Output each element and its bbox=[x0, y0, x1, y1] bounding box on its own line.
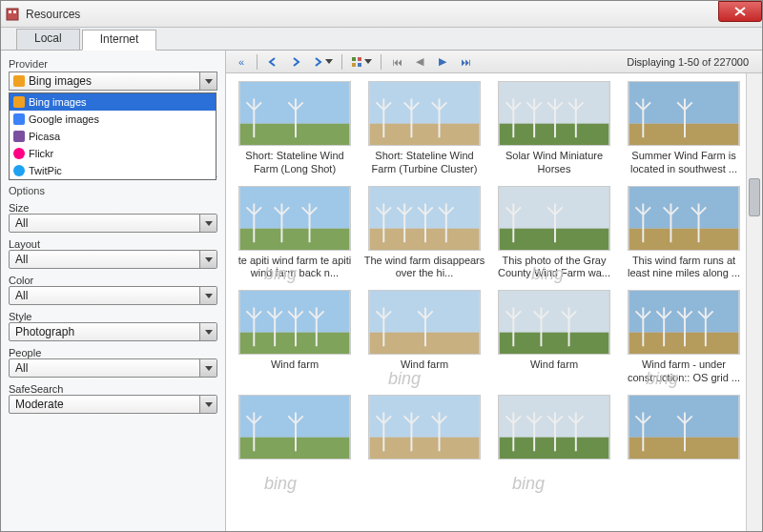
svg-rect-0 bbox=[7, 9, 18, 20]
vertical-scrollbar[interactable] bbox=[746, 73, 762, 531]
provider-option-picasa[interactable]: Picasa bbox=[10, 128, 216, 145]
result-item[interactable]: Summer Wind Farm is located in southwest… bbox=[622, 81, 746, 176]
option-combo-layout[interactable]: All bbox=[9, 250, 217, 269]
provider-combo[interactable]: Bing images bbox=[9, 72, 217, 91]
result-item[interactable]: The wind farm disappears over the hi... bbox=[362, 186, 486, 281]
toolbar: « ⏮ ◀ ▶ ⏭ Displaying 1-50 of 227000 bbox=[226, 51, 762, 73]
result-thumbnail[interactable] bbox=[238, 81, 351, 146]
result-item[interactable] bbox=[492, 395, 616, 463]
svg-rect-143 bbox=[500, 291, 609, 333]
results-grid[interactable]: Short: Stateline Wind Farm (Long Shot)Sh… bbox=[226, 73, 762, 531]
result-caption: Summer Wind Farm is located in southwest… bbox=[622, 150, 746, 176]
result-item[interactable]: Short: Stateline Wind Farm (Long Shot) bbox=[233, 81, 357, 176]
option-value: All bbox=[15, 289, 28, 302]
chevron-down-icon[interactable] bbox=[199, 287, 217, 304]
svg-rect-102 bbox=[629, 228, 739, 249]
option-value: All bbox=[15, 216, 28, 230]
result-item[interactable]: Short: Stateline Wind Farm (Turbine Clus… bbox=[362, 81, 486, 176]
chevron-down-icon[interactable] bbox=[199, 72, 217, 90]
option-label-safesearch: SafeSearch bbox=[9, 383, 217, 395]
provider-label: Provider bbox=[9, 58, 217, 70]
provider-option-flickr[interactable]: Flickr bbox=[10, 145, 216, 162]
option-combo-size[interactable]: All bbox=[9, 214, 217, 233]
chevron-down-icon[interactable] bbox=[199, 251, 217, 268]
rewind-button[interactable]: « bbox=[232, 53, 251, 71]
last-page-button[interactable]: ⏭ bbox=[456, 53, 475, 71]
bing-icon bbox=[13, 75, 25, 87]
option-combo-style[interactable]: Photograph bbox=[9, 322, 217, 341]
chevron-down-icon[interactable] bbox=[199, 323, 217, 340]
result-item[interactable] bbox=[233, 395, 357, 463]
result-thumbnail[interactable] bbox=[238, 395, 351, 460]
option-combo-safesearch[interactable]: Moderate bbox=[9, 395, 217, 414]
result-item[interactable]: Wind farm bbox=[362, 290, 486, 385]
option-label-people: People bbox=[9, 347, 217, 358]
main-panel: « ⏮ ◀ ▶ ⏭ Displaying 1-50 of 227000 Shor… bbox=[226, 51, 762, 531]
view-mode-button[interactable] bbox=[348, 53, 375, 71]
result-thumbnail[interactable] bbox=[498, 290, 610, 355]
result-item[interactable]: Wind farm - under construction:: OS grid… bbox=[622, 290, 746, 385]
chevron-down-icon[interactable] bbox=[199, 359, 217, 377]
result-thumbnail[interactable] bbox=[368, 395, 481, 460]
result-thumbnail[interactable] bbox=[238, 186, 351, 251]
scrollbar-thumb[interactable] bbox=[749, 178, 760, 216]
back-button[interactable] bbox=[263, 53, 282, 71]
result-caption: The wind farm disappears over the hi... bbox=[362, 255, 486, 281]
svg-rect-1 bbox=[9, 10, 11, 13]
google-icon bbox=[13, 113, 25, 125]
option-combo-color[interactable]: All bbox=[9, 286, 217, 305]
result-thumbnail[interactable] bbox=[628, 395, 740, 460]
next-page-button[interactable]: ▶ bbox=[433, 53, 452, 71]
result-thumbnail[interactable] bbox=[628, 186, 740, 251]
options-group: Options SizeAllLayoutAllColorAllStylePho… bbox=[9, 176, 217, 414]
provider-option-google[interactable]: Google images bbox=[10, 111, 216, 128]
provider-value: Bing images bbox=[29, 74, 92, 88]
option-label-layout: Layout bbox=[9, 238, 217, 250]
twitpic-icon bbox=[13, 165, 25, 176]
result-thumbnail[interactable] bbox=[368, 186, 481, 251]
provider-option-bing[interactable]: Bing images bbox=[10, 93, 216, 111]
option-value: All bbox=[15, 253, 28, 266]
result-thumbnail[interactable] bbox=[498, 395, 610, 460]
bing-icon bbox=[13, 96, 25, 108]
result-thumbnail[interactable] bbox=[498, 81, 610, 146]
result-caption: This wind farm runs at least nine miles … bbox=[622, 255, 746, 281]
result-item[interactable]: This wind farm runs at least nine miles … bbox=[622, 186, 746, 281]
option-value: All bbox=[15, 361, 28, 375]
result-thumbnail[interactable] bbox=[368, 290, 481, 355]
result-thumbnail[interactable] bbox=[628, 290, 740, 355]
result-item[interactable]: te apiti wind farm te apiti wind farm ba… bbox=[233, 186, 357, 281]
tab-local[interactable]: Local bbox=[16, 29, 80, 50]
result-item[interactable] bbox=[362, 395, 486, 463]
result-thumbnail[interactable] bbox=[238, 290, 351, 355]
result-item[interactable]: Wind farm bbox=[233, 290, 357, 385]
result-caption: Wind farm bbox=[233, 358, 357, 372]
option-combo-people[interactable]: All bbox=[9, 358, 217, 378]
provider-option-twitpic[interactable]: TwitPic bbox=[10, 162, 216, 179]
svg-rect-6 bbox=[358, 63, 361, 67]
result-thumbnail[interactable] bbox=[368, 81, 481, 146]
prev-page-button[interactable]: ◀ bbox=[410, 53, 429, 71]
forward-menu-button[interactable] bbox=[309, 53, 336, 71]
forward-button[interactable] bbox=[286, 53, 305, 71]
result-caption: te apiti wind farm te apiti wind farm ba… bbox=[233, 255, 357, 281]
close-button[interactable] bbox=[718, 1, 762, 22]
result-item[interactable]: Wind farm bbox=[492, 290, 616, 385]
option-label-color: Color bbox=[9, 275, 217, 286]
svg-rect-5 bbox=[352, 63, 356, 67]
app-icon bbox=[5, 7, 20, 22]
chevron-down-icon[interactable] bbox=[199, 215, 217, 232]
result-thumbnail[interactable] bbox=[628, 81, 740, 146]
svg-rect-185 bbox=[370, 396, 480, 438]
result-item[interactable]: This photo of the Gray County Wind Farm … bbox=[492, 186, 616, 281]
tab-internet[interactable]: Internet bbox=[82, 30, 157, 51]
svg-rect-3 bbox=[352, 57, 356, 61]
svg-rect-17 bbox=[370, 82, 480, 124]
result-item[interactable] bbox=[622, 395, 746, 463]
svg-rect-4 bbox=[358, 57, 361, 61]
sidebar: Provider Bing images Bing images Google … bbox=[1, 51, 226, 531]
first-page-button[interactable]: ⏮ bbox=[387, 53, 406, 71]
result-thumbnail[interactable] bbox=[498, 186, 610, 251]
result-item[interactable]: Solar Wind Miniature Horses bbox=[492, 81, 616, 176]
chevron-down-icon[interactable] bbox=[199, 396, 217, 413]
